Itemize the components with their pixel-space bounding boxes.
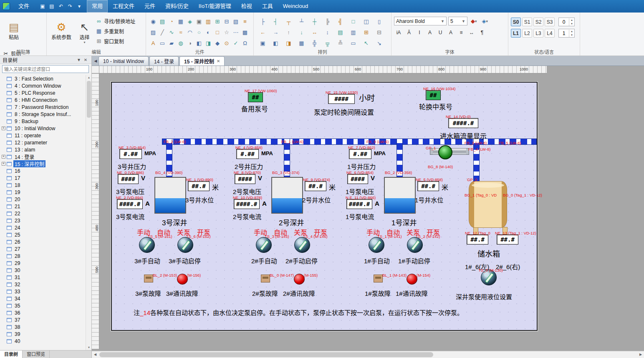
text-object[interactable]: 1号泵电流 (346, 212, 374, 221)
tree-item[interactable]: 11 : operate (0, 132, 91, 139)
component-icon[interactable]: ☆ (222, 27, 231, 38)
component-icon[interactable]: ▣ (194, 16, 204, 27)
text-object[interactable]: 3#手自动 (134, 256, 160, 265)
text-object[interactable]: 3号泵电压 (116, 187, 144, 196)
well-name-label[interactable]: 1号深井 (391, 217, 417, 227)
component-icon[interactable]: ◉ (149, 16, 158, 27)
component-icon[interactable]: ◨ (204, 38, 213, 48)
arrange-icon[interactable]: ↘ (373, 38, 386, 48)
arrange-icon[interactable]: ╬ (308, 38, 321, 48)
tree-item[interactable]: 26 (0, 238, 91, 245)
numeric-display[interactable]: #### (235, 174, 255, 184)
unit-label[interactable]: MPA (144, 150, 156, 156)
qat-icon[interactable]: ▾ (75, 2, 83, 10)
unit-label[interactable]: 米 (212, 182, 219, 192)
component-icon[interactable]: ◈ (185, 16, 194, 27)
arrange-icon[interactable]: ↓ (295, 27, 308, 38)
window-copy-button[interactable]: ⊞ 窗口复制 (96, 37, 135, 45)
well-tank[interactable] (154, 177, 186, 214)
tree-item[interactable]: 16 (0, 167, 91, 174)
select-button[interactable]: ↖ 选择 ▾ (75, 16, 93, 49)
menu-tab[interactable]: 元件 (139, 0, 160, 13)
well-name-label[interactable]: 3号深井 (162, 217, 187, 227)
unit-label[interactable]: V (258, 174, 262, 182)
text-object[interactable]: 2#手自动 (251, 256, 277, 265)
tree-item[interactable]: 20 (0, 196, 91, 203)
numeric-display[interactable]: ####.# (346, 199, 372, 209)
scroll-right-icon[interactable]: ▶ (637, 351, 644, 358)
arrange-icon[interactable]: ▯ (373, 16, 386, 27)
system-parameters-button[interactable]: ⚙ 系统参数 (49, 14, 73, 47)
qat-icon[interactable]: ▤ (48, 2, 56, 10)
font-style-button[interactable]: iA (394, 28, 403, 37)
arrange-icon[interactable]: ▭ (347, 38, 360, 48)
arrange-icon[interactable]: ↕ (321, 27, 334, 38)
storage-tank[interactable] (469, 181, 507, 228)
qat-icon[interactable]: ↶ (57, 2, 65, 10)
unit-label[interactable]: V (141, 174, 145, 182)
arrange-icon[interactable]: ┤ (269, 16, 282, 27)
text-object[interactable]: 2#手动启停 (285, 256, 318, 265)
text-object[interactable]: 1#手自动 (364, 256, 390, 265)
spin-up-icon[interactable]: ▲ (569, 30, 574, 33)
numeric-display[interactable]: #### (118, 174, 139, 184)
qat-icon[interactable]: ▣ (38, 2, 47, 10)
file-menu[interactable]: 文件 (13, 0, 35, 13)
component-icon[interactable]: ≡ (240, 16, 250, 27)
text-object[interactable]: 3号泵电流 (116, 212, 144, 221)
arrange-icon[interactable]: ▥ (347, 27, 360, 38)
menu-tab[interactable]: 工程文件 (108, 0, 139, 13)
start-stop-toggle-switch[interactable] (177, 237, 193, 253)
arrange-icon[interactable]: ↔ (308, 27, 321, 38)
tree-item[interactable]: 33 (0, 288, 91, 295)
text-object[interactable]: 1号泵电压 (346, 187, 374, 196)
tree-item[interactable]: 38 (0, 323, 91, 330)
document-tab[interactable]: 14 - 登录 ✕ (149, 56, 179, 66)
component-icon[interactable]: □ (213, 27, 222, 38)
tree-item[interactable]: 28 (0, 252, 91, 260)
language-spinner[interactable]: 1 ▲▼ (558, 29, 575, 38)
state-button[interactable]: S3 (545, 18, 555, 26)
comm-fault-indicator[interactable] (294, 274, 305, 285)
numeric-display[interactable]: #.## (349, 149, 371, 159)
unit-label[interactable]: A (145, 200, 150, 207)
numeric-input[interactable]: #### (328, 94, 355, 104)
text-object[interactable]: 3#通讯故障 (166, 289, 198, 297)
tree-item[interactable]: 17 (0, 174, 91, 182)
start-stop-toggle-switch[interactable] (407, 237, 423, 253)
component-icon[interactable]: Ω (240, 38, 250, 48)
numeric-display[interactable]: #.## (236, 149, 259, 159)
font-style-button[interactable]: ≡ (457, 28, 466, 37)
numeric-display[interactable]: ####.# (234, 199, 260, 209)
menu-tab[interactable]: IIoT/能源管理 (194, 0, 236, 13)
component-icon[interactable]: ⊙ (222, 38, 231, 48)
tree-item[interactable]: 12 : parameter (0, 139, 91, 146)
text-object[interactable]: 3#泵故障 (135, 289, 161, 297)
tree-search-input[interactable] (2, 65, 89, 73)
arrange-icon[interactable]: ⊟ (373, 27, 386, 38)
tree-item[interactable]: 30 (0, 267, 91, 274)
numeric-display[interactable]: ## (426, 90, 441, 100)
language-button[interactable]: L4 (545, 29, 555, 38)
text-object[interactable]: 泵定时轮换间隔设置 (314, 107, 374, 117)
arrange-icon[interactable]: ├ (256, 16, 269, 27)
multi-copy-button[interactable]: ▦ 多重复制 (96, 27, 135, 35)
numeric-display[interactable]: #.## (119, 149, 142, 159)
close-icon[interactable]: ✕ (82, 58, 89, 62)
tree-item[interactable]: 25 (0, 231, 91, 238)
scrollbar-thumb[interactable] (99, 352, 433, 357)
component-icon[interactable]: ◧ (194, 38, 204, 48)
component-icon[interactable]: ✓ (231, 38, 240, 48)
tree-item[interactable]: 8 : Storage Space Insuf... (0, 111, 91, 118)
text-object[interactable]: 3号井水位 (185, 195, 214, 204)
tree-item[interactable]: 5 : PLC Response (0, 89, 91, 96)
tree-item[interactable]: 21 (0, 203, 91, 210)
well-tank[interactable] (271, 177, 303, 214)
arrange-icon[interactable]: ⊞ (360, 27, 373, 38)
tree-item[interactable]: 23 (0, 217, 91, 224)
arrange-icon[interactable]: ↖ (360, 38, 373, 48)
tree-item[interactable]: 32 (0, 281, 91, 288)
spin-up-icon[interactable]: ▲ (569, 18, 574, 22)
language-button[interactable]: L2 (522, 29, 532, 38)
component-icon[interactable]: ◑ (185, 38, 194, 48)
